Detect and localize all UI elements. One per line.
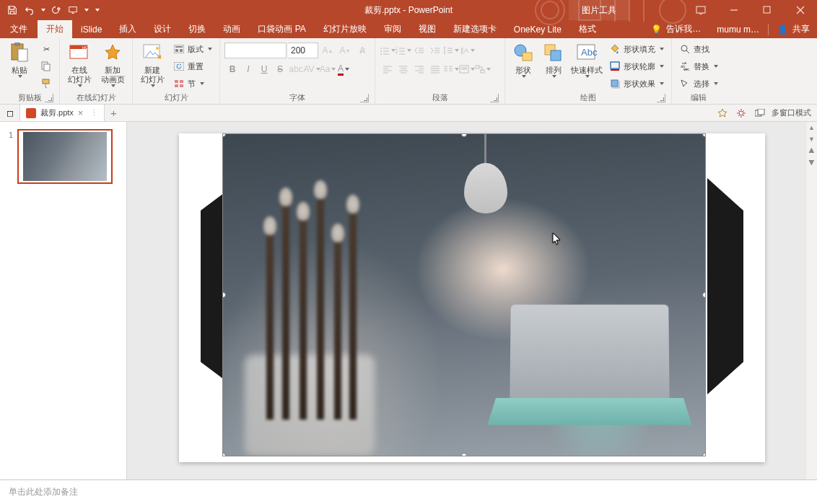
tab-insert[interactable]: 插入	[110, 20, 145, 38]
maximize-icon[interactable]	[751, 0, 784, 20]
online-slides-button[interactable]: HOT 在线 幻灯片	[64, 40, 95, 87]
tab-home[interactable]: 开始	[38, 20, 72, 38]
star-button[interactable]	[715, 106, 730, 120]
slideshow-dropdown[interactable]	[82, 2, 89, 18]
italic-button[interactable]: I	[240, 61, 256, 77]
notes-pane[interactable]: 单击此处添加备注	[0, 479, 817, 504]
redo-icon[interactable]	[48, 2, 64, 18]
close-icon[interactable]	[784, 0, 817, 20]
shape-outline-button[interactable]: 形状轮廓	[606, 58, 667, 74]
columns-button[interactable]	[443, 61, 459, 77]
tab-animations[interactable]: 动画	[214, 20, 249, 38]
text-direction-button[interactable]: ‖A	[459, 43, 475, 58]
resize-handle-tr[interactable]	[702, 133, 706, 137]
tab-slideshow[interactable]: 幻灯片放映	[315, 20, 375, 38]
align-center-button[interactable]	[396, 61, 411, 77]
prev-slide-icon[interactable]: ⯅	[806, 145, 817, 156]
context-tab-picture-tools[interactable]: 图片工具	[569, 0, 629, 20]
scroll-up-icon[interactable]: ▲	[806, 122, 817, 133]
new-anim-page-button[interactable]: 新加 动画页	[97, 40, 128, 87]
align-right-button[interactable]	[411, 61, 427, 77]
strike-button[interactable]: S	[272, 61, 288, 77]
font-size-combo[interactable]: 200	[288, 43, 318, 58]
font-color-button[interactable]: A	[336, 61, 351, 77]
decrease-indent-button[interactable]	[411, 43, 427, 58]
selected-picture[interactable]	[222, 133, 706, 456]
save-icon[interactable]	[4, 2, 20, 18]
black-shape-right[interactable]	[707, 178, 743, 394]
quick-style-button[interactable]: Abc 快速样式	[570, 40, 603, 78]
clear-format-button[interactable]: A̷	[354, 43, 370, 58]
slide-canvas[interactable]	[127, 122, 817, 479]
format-painter-button[interactable]	[38, 76, 55, 92]
tab-newtab[interactable]: 新建选项卡	[445, 20, 505, 38]
multiwindow-icon[interactable]	[753, 106, 767, 120]
tab-view[interactable]: 视图	[410, 20, 445, 38]
tab-review[interactable]: 审阅	[375, 20, 410, 38]
tab-design[interactable]: 设计	[145, 20, 180, 38]
minimize-icon[interactable]	[717, 0, 751, 20]
new-document-tab[interactable]: +	[105, 105, 122, 121]
resize-handle-br[interactable]	[702, 453, 706, 456]
grow-font-button[interactable]: A▲	[320, 43, 336, 58]
drawing-launcher[interactable]	[657, 94, 665, 102]
doctab-home-icon[interactable]: ◻	[0, 105, 20, 121]
copy-button[interactable]	[38, 58, 55, 74]
increase-indent-button[interactable]	[427, 43, 443, 58]
bullets-button[interactable]	[380, 43, 396, 58]
justify-button[interactable]	[427, 61, 443, 77]
vertical-scrollbar[interactable]: ▲ ▼ ⯅ ⯆	[805, 122, 817, 479]
undo-icon[interactable]	[22, 2, 38, 18]
replace-button[interactable]: abac替换	[676, 58, 721, 74]
line-spacing-button[interactable]	[443, 43, 459, 58]
slide-thumbnail[interactable]: 1	[6, 129, 121, 184]
char-spacing-button[interactable]: AV	[304, 61, 320, 77]
find-button[interactable]: 查找	[676, 41, 721, 57]
shrink-font-button[interactable]: A▼	[337, 43, 353, 58]
font-family-combo[interactable]	[224, 43, 287, 58]
resize-handle-mr[interactable]	[702, 292, 706, 298]
slide-thumbnails-panel[interactable]: 1	[0, 122, 127, 479]
select-button[interactable]: 选择	[676, 76, 721, 92]
undo-dropdown[interactable]	[39, 2, 46, 18]
slideshow-start-icon[interactable]	[65, 2, 81, 18]
qat-customize-icon[interactable]	[91, 2, 102, 18]
scroll-down-icon[interactable]: ▼	[806, 133, 817, 145]
section-button[interactable]: 节	[170, 76, 215, 92]
arrange-button[interactable]: 排列	[540, 40, 567, 78]
reset-button[interactable]: 重置	[170, 58, 215, 74]
gear-button[interactable]	[734, 106, 748, 120]
document-tab-menu[interactable]: ⋮	[90, 108, 98, 118]
bold-button[interactable]: B	[224, 61, 240, 77]
user-name[interactable]: mumu m…	[717, 25, 759, 35]
paste-button[interactable]: 粘贴	[4, 40, 35, 78]
align-left-button[interactable]	[380, 61, 396, 77]
change-case-button[interactable]: Aa	[320, 61, 336, 77]
font-launcher[interactable]	[360, 94, 369, 102]
next-slide-icon[interactable]: ⯆	[806, 156, 817, 168]
cut-button[interactable]: ✂	[38, 41, 55, 57]
tab-file[interactable]: 文件	[0, 20, 38, 38]
layout-button[interactable]: 版式	[170, 41, 215, 57]
slide[interactable]	[179, 133, 765, 462]
resize-handle-bl[interactable]	[222, 453, 226, 456]
underline-button[interactable]: U	[256, 61, 272, 77]
clipboard-launcher[interactable]	[45, 94, 53, 102]
shape-fill-button[interactable]: 形状填充	[606, 41, 667, 57]
shape-effects-button[interactable]: 形状效果	[606, 76, 667, 92]
shadow-button[interactable]: abc	[288, 61, 304, 77]
shapes-button[interactable]: 形状	[510, 40, 537, 78]
tab-transitions[interactable]: 切换	[180, 20, 214, 38]
align-text-button[interactable]	[459, 61, 475, 77]
document-tab[interactable]: 裁剪.pptx × ⋮	[20, 105, 105, 121]
numbering-button[interactable]: 123	[396, 43, 411, 58]
document-tab-close[interactable]: ×	[78, 108, 84, 118]
paragraph-launcher[interactable]	[490, 94, 499, 102]
ribbon-options-icon[interactable]	[684, 0, 717, 20]
smartart-button[interactable]	[475, 61, 491, 77]
tab-pocket-anim[interactable]: 口袋动画 PA	[249, 20, 314, 38]
multiwindow-label[interactable]: 多窗口模式	[772, 107, 811, 118]
share-button[interactable]: 共享	[792, 23, 810, 35]
tab-islide[interactable]: iSlide	[72, 20, 110, 38]
new-slide-button[interactable]: 新建 幻灯片	[137, 40, 167, 87]
